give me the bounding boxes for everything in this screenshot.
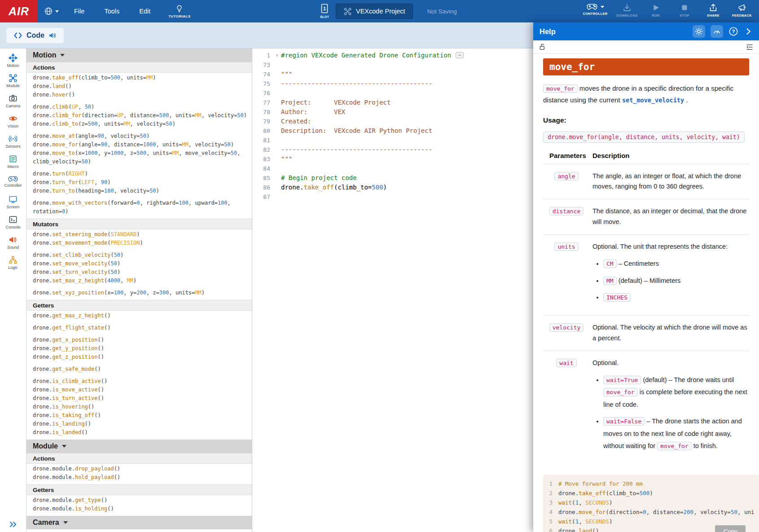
rail-item-motion[interactable]: Motion	[0, 50, 26, 70]
svg-text:1: 1	[323, 6, 326, 11]
panel-toggle-icon[interactable]	[9, 521, 17, 528]
code-snippet[interactable]: drone.module.hold_payload()	[33, 473, 249, 482]
code-brackets-icon	[13, 32, 22, 39]
rail-item-controller[interactable]: Controller	[0, 171, 26, 192]
code-snippet[interactable]: drone.module.drop_payload()	[33, 465, 249, 473]
code-snippet[interactable]: drone.is_landed()	[33, 428, 249, 437]
share-button[interactable]: SHARE	[700, 2, 727, 18]
command-palette[interactable]: MotionActionsdrone.take_off(climb_to=500…	[26, 48, 252, 532]
help-about-button[interactable]: ?	[728, 26, 738, 36]
code-snippet[interactable]: drone.is_climb_active()	[33, 377, 249, 386]
folded-region-icon[interactable]: ⋯	[456, 52, 464, 58]
help-content[interactable]: move_for move_for moves the drone in a s…	[533, 54, 759, 532]
param-table-body: angleThe angle, as an integer or float, …	[543, 164, 749, 464]
run-button[interactable]: RUN	[642, 2, 669, 18]
code-snippet[interactable]: drone.move_with_vectors(forward=0, right…	[33, 199, 249, 216]
help-intro: move_for moves the drone in a specific d…	[543, 83, 749, 106]
menu-edit[interactable]: Edit	[129, 0, 160, 22]
code-snippet[interactable]: drone.move_at(angle=90, velocity=50)	[33, 132, 249, 141]
code-snippet[interactable]: drone.set_movement_mode(PRECISION)	[33, 239, 249, 247]
code-snippet[interactable]: drone.take_off(climb_to=500, units=MM)	[33, 74, 249, 82]
param-row-velocity: velocityOptional. The velocity at which …	[543, 315, 749, 351]
code-snippet[interactable]: drone.move_to(x=1000, y=1000, z=500, uni…	[33, 149, 249, 166]
project-header: 1 SLOT VEXcode Project Not Saving	[320, 0, 457, 22]
rail-item-screen[interactable]: Screen	[0, 192, 26, 212]
chevron-down-icon	[62, 445, 66, 448]
palette-section-camera[interactable]: Camera	[26, 516, 252, 529]
speaker-icon[interactable]	[48, 32, 57, 39]
feedback-button[interactable]: FEEDBACK	[728, 2, 755, 18]
tutorials-button[interactable]: TUTORIALS	[160, 0, 198, 22]
code-snippet[interactable]: drone.is_hovering()	[33, 403, 249, 411]
saving-status: Not Saving	[427, 8, 457, 15]
code-snippet[interactable]: drone.land()	[33, 82, 249, 91]
code-snippet[interactable]: drone.get_max_z_height()	[33, 312, 249, 320]
rail-item-console[interactable]: Console	[0, 212, 26, 232]
controller-button[interactable]: CONTROLLER	[579, 2, 612, 16]
code-snippet[interactable]: drone.get_x_position()	[33, 336, 249, 344]
code-snippet[interactable]: drone.climb_to(z=500, units=MM, velocity…	[33, 120, 249, 128]
code-snippet[interactable]: drone.move_for(angle=90, distance=1000, …	[33, 141, 249, 149]
code-snippet[interactable]: drone.turn_to(heading=180, velocity=50)	[33, 187, 249, 195]
code-snippet[interactable]: drone.turn(RIGHT)	[33, 170, 249, 178]
slot-button[interactable]: 1 SLOT	[320, 4, 329, 19]
play-icon	[651, 3, 660, 12]
code-snippet[interactable]: drone.climb_for(direction=UP, distance=5…	[33, 111, 249, 120]
code-snippet[interactable]: drone.is_move_active()	[33, 386, 249, 394]
code-snippet[interactable]: drone.set_xyz_position(x=100, y=200, z=3…	[33, 289, 249, 297]
example-code-line: 1# Move forward for 200 mm	[543, 479, 759, 488]
palette-section-module[interactable]: Module	[26, 440, 252, 453]
code-snippet[interactable]: drone.module.get_type()	[33, 496, 249, 505]
menu-tools[interactable]: Tools	[94, 0, 129, 22]
code-snippet[interactable]: drone.set_climb_velocity(50)	[33, 251, 249, 259]
project-title: VEXcode Project	[356, 8, 405, 15]
code-snippet[interactable]: drone.set_move_velocity(50)	[33, 259, 249, 268]
share-icon	[709, 3, 718, 12]
language-menu[interactable]	[38, 0, 64, 22]
menu-file[interactable]: File	[64, 0, 94, 22]
rail-item-macro[interactable]: Macro	[0, 151, 26, 171]
param-chip: velocity	[549, 323, 584, 332]
usage-code: drone.move_for(angle, distance, units, v…	[543, 132, 745, 143]
code-snippet[interactable]: drone.get_safe_mode()	[33, 365, 249, 374]
rail-item-logic[interactable]: Logic	[0, 252, 26, 273]
rail-item-sound[interactable]: Sound	[0, 232, 26, 252]
code-snippet[interactable]: drone.is_turn_active()	[33, 394, 249, 403]
code-snippet[interactable]: drone.get_y_position()	[33, 344, 249, 353]
rail-item-sensors[interactable]: Sensors	[0, 131, 26, 151]
example-code-line: 4drone.move_for(direction=0, distance=20…	[543, 507, 759, 517]
code-snippet[interactable]: drone.hover()	[33, 91, 249, 99]
download-button[interactable]: DOWNLOAD	[614, 2, 641, 18]
code-snippet[interactable]: drone.set_max_z_height(4000, MM)	[33, 277, 249, 285]
code-snippet[interactable]: drone.set_turn_velocity(50)	[33, 268, 249, 277]
code-link[interactable]: set_move_velocity	[622, 97, 684, 104]
project-title-box[interactable]: VEXcode Project	[336, 4, 413, 19]
collapse-panel-icon[interactable]	[746, 43, 754, 51]
palette-section-motion[interactable]: Motion	[26, 48, 252, 62]
help-settings-button[interactable]	[693, 25, 705, 38]
copy-button[interactable]: Copy	[715, 525, 746, 532]
code-snippet[interactable]: drone.is_taking_off()	[33, 411, 249, 420]
code-snippet[interactable]: drone.is_landing()	[33, 420, 249, 428]
rail-item-vision[interactable]: Vision	[0, 111, 26, 131]
code-snippet[interactable]: drone.module.is_holding()	[33, 505, 249, 513]
rail-item-camera[interactable]: Camera	[0, 91, 26, 111]
param-row-angle: angleThe angle, as an integer or float, …	[543, 164, 749, 199]
code-tab[interactable]: Code	[6, 28, 64, 43]
code-snippet[interactable]: drone.get_z_position()	[33, 353, 249, 361]
help-dashboard-button[interactable]	[711, 25, 723, 38]
code-snippet[interactable]: drone.turn_for(LEFT, 90)	[33, 178, 249, 187]
code-snippet[interactable]: drone.set_steering_mode(STANDARD)	[33, 230, 249, 239]
code-snippet[interactable]: drone.get_flight_state()	[33, 324, 249, 332]
help-close-button[interactable]	[744, 27, 753, 36]
rail-item-module[interactable]: Module	[0, 70, 26, 91]
unlock-icon[interactable]	[539, 43, 546, 51]
gear-icon	[695, 27, 703, 35]
palette-subsection-actions: Actions	[26, 62, 252, 73]
stop-button[interactable]: STOP	[671, 2, 698, 18]
module-drone-icon	[9, 74, 18, 83]
chevron-down-icon[interactable]	[601, 6, 604, 8]
param-chip: wait	[556, 359, 576, 367]
code-snippet[interactable]: drone.climb(UP, 50)	[33, 103, 249, 111]
param-chip: units	[554, 242, 578, 251]
